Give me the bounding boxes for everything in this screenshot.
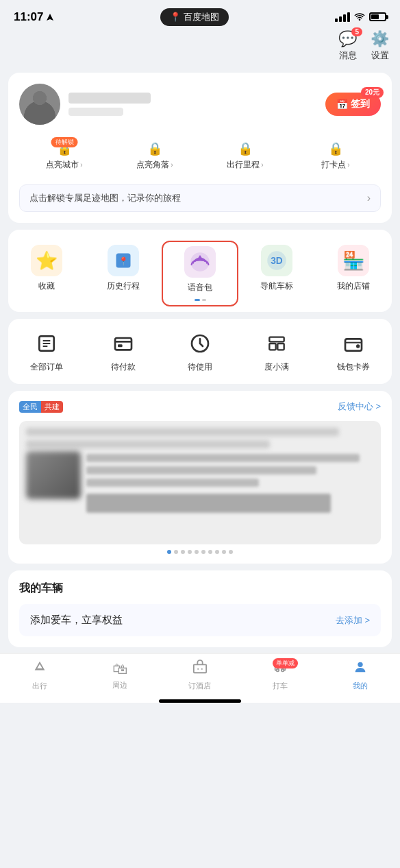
hotel-nav-icon (192, 660, 208, 679)
profile-left (19, 84, 151, 125)
pending-pay-icon (110, 330, 137, 357)
settings-button[interactable]: ⚙️ 设置 (371, 30, 389, 62)
app-name-pill: 📍 百度地图 (160, 8, 229, 26)
travel-nav-icon (32, 660, 47, 679)
bottom-nav-travel[interactable]: 出行 (19, 660, 60, 691)
feature-item-checkin[interactable]: 🔒 打卡点 › (290, 136, 381, 176)
add-vehicle-banner[interactable]: 添加爱车，立享权益 去添加 > (19, 604, 381, 636)
duxiaoman-label: 度小满 (264, 361, 289, 373)
profile-subtitle (68, 108, 123, 116)
settings-icon: ⚙️ (371, 30, 389, 48)
travel-nav-label: 出行 (32, 681, 47, 691)
location-arrow-icon (46, 13, 54, 21)
orders-card: 全部订单 待付款 待使 (8, 319, 392, 384)
orders-grid: 全部订单 待付款 待使 (8, 330, 392, 373)
bottom-nav-taxi[interactable]: 打车 单单减 (260, 660, 301, 691)
avatar[interactable] (19, 84, 60, 125)
add-vehicle-link[interactable]: 去添加 > (336, 614, 370, 627)
vehicle-card: 我的车辆 添加爱车，立享权益 去添加 > (8, 570, 392, 647)
bottom-nav-hotel[interactable]: 订酒店 (179, 660, 221, 691)
order-item-pending-pay[interactable]: 待付款 (85, 330, 162, 373)
feedback-link[interactable]: 反馈中心 > (338, 400, 381, 413)
quick-nav-item-shop[interactable]: 🏪 我的店铺 (315, 241, 392, 306)
history-icon: 📍 (108, 245, 139, 276)
community-header: 全民 共建 反馈中心 > (19, 400, 381, 413)
order-item-duxiaoman[interactable]: 度小满 (238, 330, 315, 373)
profile-info (68, 93, 151, 116)
svg-rect-14 (269, 343, 275, 350)
community-image-thumb (26, 451, 81, 499)
all-orders-label: 全部订单 (30, 361, 63, 373)
car-icon-nav: 3D (261, 245, 292, 276)
top-actions: 💬 消息 5 ⚙️ 设置 (0, 30, 400, 67)
voice-indicator-dots (195, 299, 206, 301)
location-pin-icon: 📍 (170, 12, 181, 22)
checkin-button[interactable]: 📅 签到 20元 (325, 93, 381, 116)
history-label: 历史行程 (107, 280, 140, 292)
quick-nav-item-voice[interactable]: 语音包 (162, 241, 238, 306)
favorites-icon: ⭐ (31, 245, 62, 276)
feature-label-corner: 点亮角落 › (136, 159, 173, 171)
svg-rect-15 (277, 343, 284, 350)
lock-icon-mileage: 🔒 (238, 141, 253, 156)
status-time: 11:07 (14, 10, 54, 24)
quick-nav-item-history[interactable]: 📍 历史行程 (85, 241, 162, 306)
messages-button[interactable]: 💬 消息 5 (338, 30, 357, 62)
order-item-wallet[interactable]: 钱包卡券 (315, 330, 392, 373)
community-title: 全民 共建 (19, 401, 63, 413)
wallet-icon (340, 330, 367, 357)
feature-item-mileage[interactable]: 🔒 出行里程 › (200, 136, 290, 176)
status-bar: 11:07 📍 百度地图 (0, 0, 400, 30)
checkin-icon: 📅 (336, 99, 348, 110)
checkin-badge: 20元 (361, 87, 384, 98)
voice-label: 语音包 (188, 282, 212, 293)
settings-label: 设置 (371, 49, 389, 62)
taxi-badge: 单单减 (273, 658, 298, 668)
wallet-label: 钱包卡券 (337, 361, 370, 373)
pending-use-icon (186, 330, 214, 357)
quick-nav-grid: ⭐ 收藏 📍 历史行程 (8, 241, 392, 306)
home-indicator (159, 699, 241, 703)
add-vehicle-text: 添加爱车，立享权益 (30, 614, 123, 627)
svg-point-17 (356, 344, 360, 348)
feature-label-city: 点亮城市 › (46, 159, 82, 171)
travel-banner-text: 点击解锁专属足迹地图，记录你的旅程 (29, 192, 181, 204)
quick-nav-item-car-icon[interactable]: 3D 导航车标 (238, 241, 315, 306)
battery-icon (369, 12, 386, 21)
svg-rect-11 (118, 344, 123, 347)
feature-label-checkin: 打卡点 › (321, 159, 349, 171)
bottom-nav-bar: 出行 🛍 周边 订酒店 (0, 653, 400, 695)
svg-text:📍: 📍 (118, 256, 129, 266)
lock-icon-checkin: 🔒 (328, 141, 343, 156)
feature-grid: 待解锁 🔒 点亮城市 › 🔒 点亮角落 › 🔒 出行里程 › (19, 136, 381, 176)
community-content (19, 421, 381, 544)
order-item-all[interactable]: 全部订单 (8, 330, 85, 373)
nearby-nav-label: 周边 (112, 680, 127, 690)
vehicle-section-title: 我的车辆 (19, 581, 381, 596)
feature-item-corner[interactable]: 🔒 点亮角落 › (110, 136, 200, 176)
carousel-dots (19, 550, 381, 554)
quick-nav-item-favorites[interactable]: ⭐ 收藏 (8, 241, 85, 306)
status-icons (335, 12, 386, 23)
feature-item-city[interactable]: 待解锁 🔒 点亮城市 › (19, 136, 110, 176)
svg-rect-13 (269, 337, 284, 342)
svg-rect-18 (194, 664, 206, 673)
signal-icon (335, 12, 350, 22)
svg-point-24 (358, 662, 362, 667)
community-card: 全民 共建 反馈中心 > (8, 391, 392, 564)
duxiaoman-icon (263, 330, 290, 357)
travel-arrow-icon: › (367, 192, 371, 204)
all-orders-icon (33, 330, 60, 357)
bottom-nav-nearby[interactable]: 🛍 周边 (99, 660, 140, 690)
quick-nav-card: ⭐ 收藏 📍 历史行程 (8, 230, 392, 312)
nearby-nav-icon: 🛍 (112, 660, 127, 678)
travel-banner[interactable]: 点击解锁专属足迹地图，记录你的旅程 › (19, 184, 381, 212)
pending-pay-label: 待付款 (111, 361, 136, 373)
lock-icon-corner: 🔒 (147, 141, 162, 156)
bottom-nav-mine[interactable]: 我的 (340, 660, 381, 691)
favorites-label: 收藏 (38, 280, 55, 292)
order-item-pending-use[interactable]: 待使用 (162, 330, 238, 373)
profile-card: 📅 签到 20元 待解锁 🔒 点亮城市 › 🔒 点亮角落 › (8, 73, 392, 223)
mine-nav-label: 我的 (353, 681, 368, 691)
shop-icon: 🏪 (338, 245, 369, 276)
